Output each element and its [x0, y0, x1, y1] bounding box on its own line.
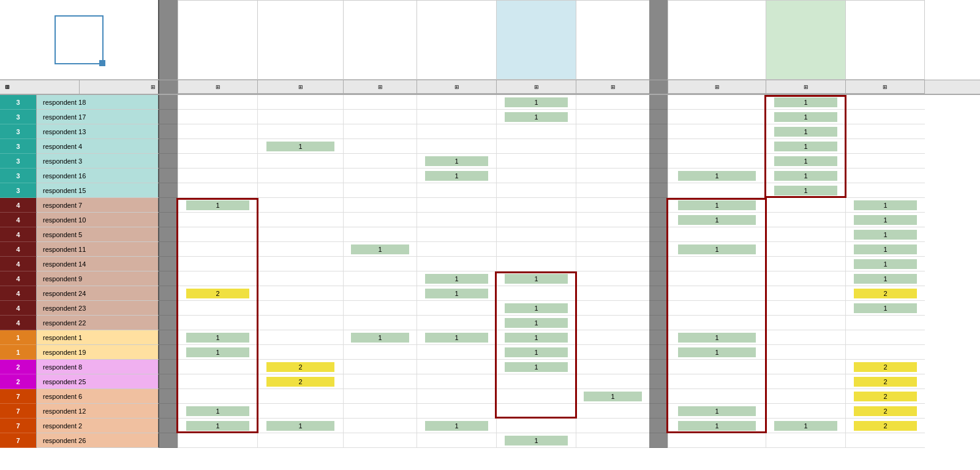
table-row: 7 respondent 2 1 1 1 1 1 2 — [0, 419, 980, 433]
table-row: 3 respondent 15 1 — [0, 183, 980, 198]
trigger-divider-cell — [159, 345, 178, 360]
filter-icon-ud[interactable]: ⊞ — [715, 84, 720, 90]
data-cell — [257, 124, 343, 139]
filter-crisis[interactable]: ⊞ — [576, 80, 649, 94]
data-cell: 1 — [766, 419, 845, 433]
table-row: 2 respondent 25 2 2 — [0, 374, 980, 389]
data-cell: 1 — [845, 301, 925, 316]
data-cell — [576, 124, 649, 139]
cell-value: 1 — [505, 112, 568, 122]
filter-few[interactable]: ⊞ — [766, 80, 845, 94]
data-cell — [343, 374, 417, 389]
respondent-cell: respondent 19 — [37, 345, 159, 360]
data-cell: 1 — [845, 242, 925, 257]
data-cell — [343, 286, 417, 301]
data-cell — [343, 419, 417, 433]
respondent-cell: respondent 11 — [37, 242, 159, 257]
data-cell: 1 — [668, 242, 766, 257]
data-cell: 1 — [496, 316, 576, 330]
cell-value: 1 — [266, 421, 334, 431]
data-cell — [576, 198, 649, 213]
data-cell — [766, 389, 845, 404]
data-cell: 1 — [417, 154, 496, 169]
problem-divider-cell — [649, 330, 668, 345]
filter-respondent[interactable]: ⊞ — [80, 80, 159, 94]
data-cell — [257, 169, 343, 183]
filter-icon-tr[interactable]: ⊞ — [298, 84, 303, 90]
data-cell — [178, 213, 257, 227]
filter-website[interactable]: ⊞ — [343, 80, 417, 94]
segment-cell: 1 — [0, 345, 37, 360]
filter-icon-resp[interactable]: ⊞ — [151, 84, 156, 90]
data-cell — [576, 433, 649, 448]
data-cell — [496, 154, 576, 169]
data-cell: 1 — [845, 213, 925, 227]
data-cell — [178, 257, 257, 271]
filter-icon-cr2[interactable]: ⊞ — [611, 84, 616, 90]
data-cell — [576, 330, 649, 345]
respondent-cell: respondent 4 — [37, 139, 159, 154]
filter-icon-os[interactable]: ⊞ — [534, 84, 539, 90]
cell-value: 1 — [505, 303, 568, 313]
filter-icon-wb[interactable]: ⊞ — [378, 84, 383, 90]
data-cell — [576, 271, 649, 286]
problem-divider-cell — [649, 374, 668, 389]
cell-value: 1 — [854, 303, 917, 313]
filter-icon-fw[interactable]: ⊞ — [804, 84, 809, 90]
table-row: 4 respondent 10 1 1 — [0, 213, 980, 227]
data-cell — [576, 360, 649, 374]
cell-value: 1 — [678, 171, 756, 181]
data-cell — [496, 124, 576, 139]
cell-value: 1 — [854, 215, 917, 225]
filter-icon-segment[interactable]: ⊞ — [5, 84, 10, 90]
data-cell: 1 — [343, 330, 417, 345]
data-cell — [845, 183, 925, 198]
table-row: 4 respondent 9 1 1 1 — [0, 271, 980, 286]
data-cell — [766, 257, 845, 271]
cell-value: 1 — [505, 436, 568, 445]
respondent-cell: respondent 22 — [37, 316, 159, 330]
filter-icon-nt[interactable]: ⊞ — [216, 84, 221, 90]
cell-value: 1 — [774, 112, 837, 122]
filter-icon-cr[interactable]: ⊞ — [454, 84, 459, 90]
respondent-cell: respondent 5 — [37, 227, 159, 242]
data-cell — [257, 330, 343, 345]
filter-old-sw[interactable]: ⊞ — [496, 80, 576, 94]
data-cell: 2 — [845, 419, 925, 433]
data-cell — [576, 345, 649, 360]
data-cell — [417, 404, 496, 419]
trigger-divider-cell — [159, 271, 178, 286]
trigger-divider-cell — [159, 316, 178, 330]
data-cell — [766, 360, 845, 374]
filter-new-team[interactable]: ⊞ — [178, 80, 257, 94]
filter-cr[interactable]: ⊞ — [417, 80, 496, 94]
filter-icon-cm[interactable]: ⊞ — [883, 84, 888, 90]
respondent-cell: respondent 23 — [37, 301, 159, 316]
data-cell: 2 — [845, 404, 925, 419]
cell-value: 1 — [266, 142, 334, 151]
cell-value: 1 — [186, 347, 249, 357]
respondent-cell: respondent 26 — [37, 433, 159, 448]
data-cell — [496, 169, 576, 183]
filter-traffic[interactable]: ⊞ — [257, 80, 343, 94]
cell-value: 1 — [678, 244, 756, 254]
data-cell — [576, 227, 649, 242]
filter-used[interactable]: ⊞ — [668, 80, 766, 94]
filter-row[interactable]: ⊞ ⊞ ⊞ ⊞ ⊞ ⊞ ⊞ ⊞ ⊞ ⊞ ⊞ — [0, 80, 980, 95]
data-cell: 2 — [257, 374, 343, 389]
problem-divider-cell — [649, 139, 668, 154]
data-cell: 1 — [766, 95, 845, 110]
data-cell — [178, 110, 257, 124]
filter-segment[interactable]: ⊞ — [0, 80, 80, 94]
problem-divider-cell — [649, 389, 668, 404]
data-cell — [417, 301, 496, 316]
data-cell — [417, 360, 496, 374]
cell-value: 1 — [678, 200, 756, 210]
data-cell — [766, 227, 845, 242]
data-cell — [417, 345, 496, 360]
data-cell — [668, 257, 766, 271]
filter-comm[interactable]: ⊞ — [845, 80, 925, 94]
segment-cell: 1 — [0, 330, 37, 345]
table-row: 3 respondent 16 1 1 1 — [0, 169, 980, 183]
data-cell — [417, 242, 496, 257]
